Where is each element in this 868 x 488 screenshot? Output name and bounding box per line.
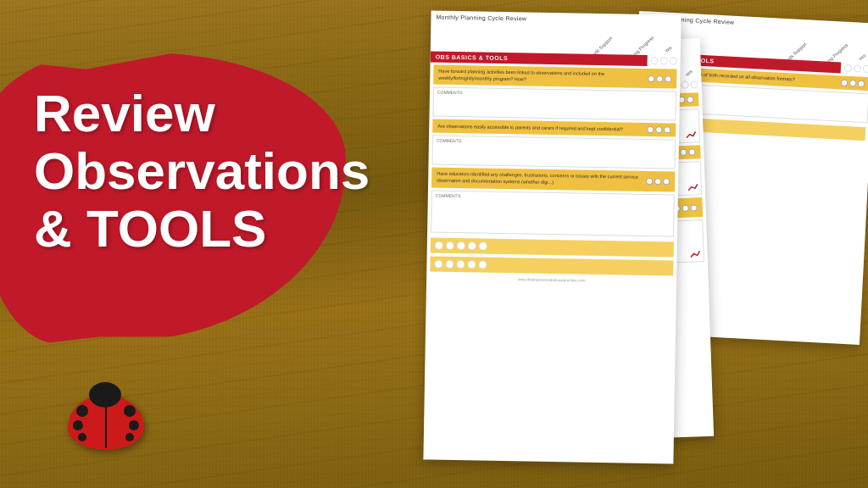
doc-front-comments3: COMMENTS: bbox=[431, 190, 675, 236]
col-needs-support: Needs Support bbox=[587, 36, 614, 56]
doc-front-q3: Have educators identified any challenges… bbox=[437, 171, 643, 188]
doc-front-comments2: COMMENTS: bbox=[431, 136, 676, 169]
doc-front-comments1: COMMENTS: bbox=[432, 87, 676, 121]
ladybug-decoration bbox=[68, 395, 153, 463]
col-yes: Yes bbox=[664, 45, 673, 54]
col-making-progress: Making Progress bbox=[626, 35, 654, 55]
left-text-panel: Review Observations & TOOLS bbox=[34, 85, 348, 258]
document-front: Monthly Planning Cycle Review Needs Supp… bbox=[423, 10, 681, 463]
doc-front-q2: Are observations easily accessible to pa… bbox=[437, 123, 643, 133]
doc-front-q1: Have forward planning activities been li… bbox=[438, 69, 644, 86]
main-title: Review Observations & TOOLS bbox=[34, 85, 348, 258]
documents-stack: Monthly Planning Cycle Review Needs Supp… bbox=[342, 0, 868, 488]
